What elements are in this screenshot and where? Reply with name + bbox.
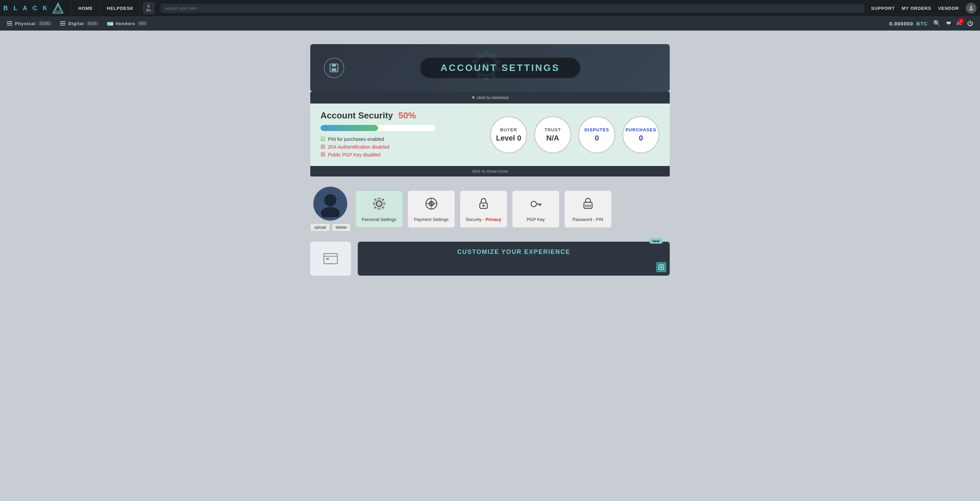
logo-icon [52, 2, 64, 14]
stat-disputes-value: 0 [595, 134, 599, 142]
svg-point-24 [482, 205, 485, 207]
svg-text:$: $ [430, 201, 433, 206]
wishlist-icon-btn[interactable]: ❤ [946, 20, 951, 27]
new-badge: new [649, 238, 663, 244]
personal-settings-label: Personal Settings [362, 217, 396, 222]
customize-card: new CUSTOMIZE YOUR EXPERIENCE [358, 242, 670, 276]
security-item-pin: ☑ PIN for purchases enabled [320, 136, 476, 142]
stat-purchases-value: 0 [639, 134, 643, 142]
security-percentage: 50% [398, 110, 416, 121]
svg-marker-0 [53, 3, 63, 13]
stat-buyer: BUYER Level 0 [490, 116, 527, 153]
save-button[interactable] [324, 58, 344, 78]
stat-purchases: PURCHASES 0 [622, 116, 660, 153]
avatar-delete-button[interactable]: delete [332, 223, 351, 231]
bottom-left-icon [310, 242, 351, 276]
nav-helpdesk[interactable]: HELPDESK [100, 0, 141, 16]
search-bar [161, 4, 864, 13]
avatar-area: upload delete [310, 187, 351, 231]
progress-bar-fill [320, 125, 378, 131]
svg-point-7 [321, 207, 340, 217]
minimize-button[interactable]: ▼ click to minimize [310, 92, 670, 104]
privacy-text: Privacy [485, 217, 501, 222]
stat-buyer-value: Level 0 [496, 134, 522, 142]
payment-settings-button[interactable]: $ Payment Settings [407, 190, 455, 228]
btc-balance: 0.000000 BTC [889, 21, 928, 27]
security-stats: BUYER Level 0 TRUST N/A DISPUTES 0 PURCH… [490, 116, 660, 153]
svg-point-30 [585, 205, 587, 206]
second-navigation: Physical 31381 Digital 8028 🪪 Vendors 90… [0, 16, 980, 30]
show-more-button[interactable]: click to show more [310, 166, 670, 177]
expand-button[interactable] [656, 262, 667, 272]
bottom-section: new CUSTOMIZE YOUR EXPERIENCE [310, 242, 670, 276]
logout-icon-btn[interactable]: ⏻ [967, 20, 973, 27]
security-privacy-button[interactable]: Security - Privacy [460, 190, 507, 228]
stat-disputes-label: DISPUTES [584, 127, 609, 132]
nav-support[interactable]: SUPPORT [871, 6, 895, 11]
nav-lang-button[interactable]: BBн [143, 2, 154, 14]
customize-title: CUSTOMIZE YOUR EXPERIENCE [364, 249, 663, 255]
physical-count: 31381 [38, 21, 52, 26]
top-navigation: B L A C K HOME HELPDESK BBн SUPPORT MY O… [0, 0, 980, 16]
personal-settings-button[interactable]: Personal Settings [355, 190, 403, 228]
security-item-pgp: ☒ Public PGP Key disabled [320, 152, 476, 158]
svg-point-25 [531, 201, 536, 207]
security-items-list: ☑ PIN for purchases enabled ☒ 2FA-Authen… [320, 136, 476, 158]
svg-rect-4 [332, 64, 336, 67]
security-item-2fa-text: 2FA-Authentification disabled [328, 144, 389, 150]
check-icon: ☑ [320, 136, 325, 142]
stat-purchases-label: PURCHASES [626, 127, 657, 132]
stat-trust: TRUST N/A [534, 116, 571, 153]
nav-digital[interactable]: Digital 8028 [60, 21, 98, 26]
svg-point-32 [589, 205, 591, 206]
stat-trust-value: N/A [546, 134, 559, 142]
settings-buttons: upload delete [310, 187, 670, 231]
nav-home[interactable]: HOME [71, 0, 100, 16]
svg-rect-36 [324, 254, 337, 264]
avatar-upload-button[interactable]: upload [310, 223, 330, 231]
password-pin-button[interactable]: Password - PIN [564, 190, 612, 228]
progress-bar-background [320, 125, 436, 131]
nav-right: SUPPORT MY ORDERS VENDOR [871, 3, 977, 14]
second-nav-right: 0.000000 BTC 🔍 ❤ ✉ 1 ⏻ [889, 20, 973, 27]
security-content: Account Security 50% ☑ PIN for purchases… [310, 104, 670, 166]
vendors-label: Vendors [116, 21, 135, 26]
nav-my-orders[interactable]: MY ORDERS [902, 6, 932, 11]
x-icon-2fa: ☒ [320, 144, 325, 150]
account-title-pill: ACCOUNT SETTINGS [420, 58, 580, 78]
pgp-key-button[interactable]: PGP Key [512, 190, 560, 228]
stat-trust-label: TRUST [545, 127, 561, 132]
avatar [313, 187, 347, 221]
svg-point-2 [970, 6, 972, 8]
vendors-count: 905 [137, 21, 148, 26]
pgp-key-label: PGP Key [527, 217, 545, 222]
account-header: ⚙ ACCOUNT SETTINGS [310, 44, 670, 92]
security-icon [476, 196, 491, 214]
search-input[interactable] [161, 4, 864, 13]
security-left: Account Security 50% ☑ PIN for purchases… [320, 110, 476, 159]
messages-icon-btn[interactable]: ✉ 1 [956, 20, 962, 27]
personal-settings-icon [372, 196, 386, 214]
stat-buyer-label: BUYER [500, 127, 517, 132]
account-title: ACCOUNT SETTINGS [441, 62, 560, 73]
user-avatar-nav[interactable] [966, 3, 977, 14]
nav-physical[interactable]: Physical 31381 [7, 21, 52, 26]
security-panel: ▼ click to minimize Account Security 50%… [310, 92, 670, 177]
password-pin-label: Password - PIN [573, 217, 603, 222]
search-icon-btn[interactable]: 🔍 [933, 20, 941, 27]
security-text: Security - [466, 217, 485, 222]
avatar-action-buttons: upload delete [310, 223, 351, 231]
nav-vendor[interactable]: VENDOR [938, 6, 959, 11]
vendor-icon: 🪪 [107, 20, 114, 27]
payment-settings-icon: $ [424, 196, 439, 214]
pgp-key-icon [529, 196, 543, 214]
physical-label: Physical [15, 21, 36, 26]
nav-vendors[interactable]: 🪪 Vendors 905 [107, 20, 148, 27]
stat-disputes: DISPUTES 0 [578, 116, 616, 153]
security-item-pgp-text: Public PGP Key disabled [328, 152, 380, 158]
svg-point-6 [324, 194, 336, 206]
security-item-pin-text: PIN for purchases enabled [328, 136, 384, 142]
x-icon-pgp: ☒ [320, 152, 325, 158]
security-title-row: Account Security 50% [320, 110, 476, 121]
svg-rect-38 [326, 258, 329, 260]
